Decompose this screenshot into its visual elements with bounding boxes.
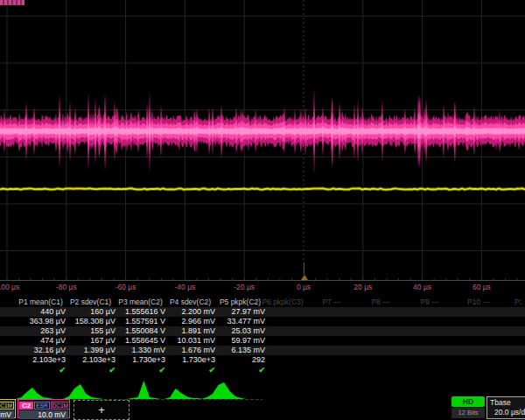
param-value: 59.97 mV xyxy=(206,336,265,346)
param-header-disabled[interactable]: P6 pkpk(C3) xyxy=(258,298,307,307)
histicon-p4[interactable] xyxy=(164,388,203,399)
param-header-p3[interactable]: P3 mean(C2) xyxy=(116,298,165,307)
trigger-position-icon[interactable] xyxy=(301,275,308,280)
axis-label: 40 µs xyxy=(413,283,431,291)
param-header-disabled[interactable]: P1 xyxy=(514,298,522,307)
param-header-p1[interactable]: P1 mean(C1) xyxy=(16,298,66,307)
measurement-histicons[interactable] xyxy=(0,378,280,401)
param-value: 6.135 mV xyxy=(206,346,265,355)
waveform-traces xyxy=(0,0,525,282)
axis-label: -60 µs xyxy=(116,283,136,291)
param-header-disabled[interactable]: P8 --- xyxy=(356,298,405,307)
c2-coupling-tag: DC1M xyxy=(51,402,70,410)
axis-label: 60 µs xyxy=(472,283,491,291)
param-value: 27.97 mV xyxy=(206,307,265,317)
oscilloscope-screen: -100 µs-80 µs-60 µs-40 µs-20 µs0 µs20 µs… xyxy=(0,0,525,420)
axis-label: 20 µs xyxy=(354,283,372,291)
measurement-table: P1 mean(C1)440 µV363.98 µV263 µV474 µV32… xyxy=(0,298,525,378)
channel-descriptor-c1[interactable]: DC1M 10.0 mV xyxy=(0,399,16,418)
axis-label: -80 µs xyxy=(56,283,77,291)
param-header-disabled[interactable]: P10 --- xyxy=(454,298,503,307)
c2-label: C2 xyxy=(19,402,33,410)
param-value: 33.477 mV xyxy=(206,317,265,326)
histicon-p5[interactable] xyxy=(201,382,247,399)
timebase-title: Tbase xyxy=(487,397,525,408)
c1-coupling-tag: DC1M xyxy=(0,402,14,410)
axis-label: -100 µs xyxy=(0,283,19,291)
c2-volts-per-div: 10.0 mV xyxy=(19,410,68,419)
status-check-icon: ✔ xyxy=(206,366,265,375)
channel-descriptor-c2[interactable]: C2 ESR DC1M 10.0 mV xyxy=(18,399,70,418)
add-trace-button[interactable]: + xyxy=(74,400,130,420)
timebase-scale: 20.0 µs/div xyxy=(487,408,525,417)
c2-esr-tag: ESR xyxy=(34,402,49,410)
param-header-disabled[interactable]: P7 --- xyxy=(307,298,356,307)
timebase-descriptor[interactable]: Tbase 20.0 µs/div xyxy=(486,396,525,419)
axis-label: -40 µs xyxy=(174,283,195,291)
param-header-disabled[interactable]: P9 --- xyxy=(405,298,454,307)
param-value: 292 xyxy=(206,355,265,365)
axis-label: 0 µs xyxy=(297,283,311,291)
histicon-p2[interactable] xyxy=(63,384,103,399)
param-value: 25.03 mV xyxy=(206,326,265,336)
cropped-menu-fragment xyxy=(0,0,24,5)
waveform-grid xyxy=(0,0,525,282)
histicon-p3[interactable] xyxy=(121,381,161,399)
plus-icon: + xyxy=(98,403,105,416)
histicon-p1[interactable] xyxy=(16,388,54,399)
hd-mode-badge[interactable]: HD xyxy=(452,396,485,407)
bit-resolution-label: 12 Bits xyxy=(452,408,485,418)
trigger-position-stem xyxy=(304,262,304,275)
param-header-p4[interactable]: P4 sdev(C2) xyxy=(165,298,215,307)
c1-volts-per-div: 10.0 mV xyxy=(0,410,14,419)
axis-label: -20 µs xyxy=(234,283,255,291)
param-header-p2[interactable]: P2 sdev(C1) xyxy=(66,298,116,307)
